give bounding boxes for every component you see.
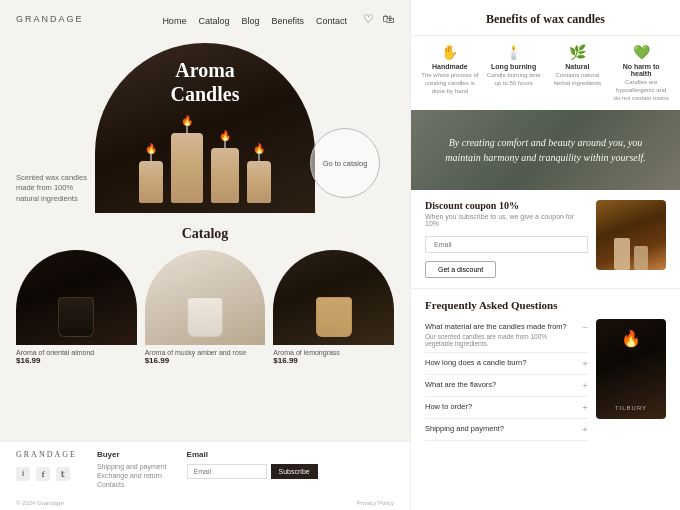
catalog-section: Catalog Aroma of oriental almond $16.99 (0, 218, 410, 365)
catalog-item-1[interactable]: Aroma of musky amber and rose $16.99 (145, 250, 266, 365)
discount-image (596, 200, 666, 270)
benefit-item-1: 🕯️ Long burning Candle burning time up t… (485, 44, 543, 102)
wishlist-icon[interactable]: ♡ (363, 12, 374, 27)
catalog-info-0: Aroma of oriental almond $16.99 (16, 345, 137, 365)
nav-icons: ♡ 🛍 (363, 12, 394, 27)
catalog-name-1: Aroma of musky amber and rose (145, 349, 266, 356)
jar-amber (316, 297, 352, 337)
left-footer-container: GRANDAGE 𝔦 f 𝕥 Buyer Shipping and paymen… (0, 441, 410, 510)
footer-email-section: Email Subscribe (187, 450, 318, 488)
navbar: GRANDAGE Home Catalog Blog Benefits Cont… (0, 0, 410, 38)
nav-links: Home Catalog Blog Benefits Contact (162, 10, 347, 28)
catalog-name-2: Aroma of lemongrass (273, 349, 394, 356)
faq-item-1[interactable]: How long does a candle burn? + (425, 353, 588, 375)
faq-image: 🔥 TILBURY (596, 319, 666, 419)
faq-question-4: Shipping and payment? (425, 424, 576, 433)
discount-title: Discount coupon 10% (425, 200, 588, 211)
footer-subscribe-button[interactable]: Subscribe (271, 464, 318, 479)
faq-question-1: How long does a candle burn? (425, 358, 576, 367)
discount-candle-tall (614, 238, 630, 270)
longburning-icon: 🕯️ (505, 44, 522, 61)
benefits-grid: ✋ Handmade The whole process of creating… (411, 36, 680, 110)
catalog-title: Catalog (16, 226, 394, 242)
footer-buyer-col: Buyer Shipping and payment Exchange and … (97, 450, 167, 488)
benefit-desc-3: Candles are hypoallergenic and do not co… (612, 79, 670, 102)
noharm-icon: 💚 (633, 44, 650, 61)
right-panel: Benefits of wax candles ✋ Handmade The w… (410, 0, 680, 510)
discount-candle-decor (614, 238, 648, 270)
hero-section: Aroma Candles Scented wax candles made f… (0, 38, 410, 218)
twitter-icon[interactable]: 𝕥 (56, 467, 70, 481)
nav-catalog[interactable]: Catalog (198, 16, 229, 26)
catalog-img-2 (273, 250, 394, 345)
hero-candle-left (139, 161, 163, 203)
benefits-section-title: Benefits of wax candles (425, 12, 666, 27)
catalog-item-2[interactable]: Aroma of lemongrass $16.99 (273, 250, 394, 365)
copyright-text: © 2024 Grandage (16, 500, 64, 506)
faq-toggle-1: + (582, 358, 588, 369)
catalog-grid: Aroma of oriental almond $16.99 Aroma of… (16, 250, 394, 365)
catalog-price-2: $16.99 (273, 356, 394, 365)
footer-email-label: Email (187, 450, 318, 459)
discount-candle-short (634, 246, 648, 270)
nav-home[interactable]: Home (162, 16, 186, 26)
discount-subtitle: When you subscribe to us, we give a coup… (425, 213, 588, 227)
catalog-item-0[interactable]: Aroma of oriental almond $16.99 (16, 250, 137, 365)
benefit-item-2: 🌿 Natural Contains natural herbal ingred… (549, 44, 607, 102)
hero-cta-button[interactable]: Go to catalog (310, 128, 380, 198)
footer-bottom: © 2024 Grandage Privacy Policy (0, 496, 410, 510)
hero-text: Aroma Candles (145, 58, 265, 106)
catalog-candle-decor-0 (58, 297, 94, 337)
hero-candle-right (211, 148, 239, 203)
facebook-icon[interactable]: f (36, 467, 50, 481)
footer-social: 𝔦 f 𝕥 (16, 467, 77, 481)
faq-left: Frequently Asked Questions What material… (425, 299, 588, 441)
faq-title: Frequently Asked Questions (425, 299, 588, 311)
catalog-info-2: Aroma of lemongrass $16.99 (273, 345, 394, 365)
faq-item-0[interactable]: What material are the candles made from?… (425, 317, 588, 353)
instagram-icon[interactable]: 𝔦 (16, 467, 30, 481)
discount-button[interactable]: Get a discount (425, 261, 496, 278)
hero-candle-far-right (247, 161, 271, 203)
footer-shipping-link[interactable]: Shipping and payment (97, 463, 167, 470)
catalog-info-1: Aroma of musky amber and rose $16.99 (145, 345, 266, 365)
footer-subscribe-row: Subscribe (187, 464, 318, 479)
footer-email-input[interactable] (187, 464, 267, 479)
catalog-img-1 (145, 250, 266, 345)
nav-blog[interactable]: Blog (241, 16, 259, 26)
discount-email-input[interactable] (425, 236, 588, 253)
faq-item-2[interactable]: What are the flavors? + (425, 375, 588, 397)
footer-contacts-link[interactable]: Contacts (97, 481, 167, 488)
hero-title: Aroma Candles (145, 58, 265, 106)
catalog-candle-decor-2 (316, 297, 352, 337)
nav-contact[interactable]: Contact (316, 16, 347, 26)
benefit-name-3: No harm to health (612, 63, 670, 77)
faq-flame-icon: 🔥 (621, 329, 641, 348)
catalog-candle-decor-1 (187, 297, 223, 337)
catalog-img-0 (16, 250, 137, 345)
benefits-header: Benefits of wax candles (411, 0, 680, 36)
footer-brand-col: GRANDAGE 𝔦 f 𝕥 (16, 450, 77, 488)
catalog-name-0: Aroma of oriental almond (16, 349, 137, 356)
privacy-policy-link[interactable]: Privacy Policy (357, 500, 394, 506)
hero-subtitle: Scented wax candles made from 100% natur… (16, 173, 96, 205)
benefit-desc-1: Candle burning time up to 50 hours (485, 72, 543, 88)
footer-buyer-title: Buyer (97, 450, 167, 459)
brand-logo: GRANDAGE (16, 14, 84, 24)
benefit-item-0: ✋ Handmade The whole process of creating… (421, 44, 479, 102)
left-panel: GRANDAGE Home Catalog Blog Benefits Cont… (0, 0, 410, 510)
footer-logo: GRANDAGE (16, 450, 77, 459)
footer-exchange-link[interactable]: Exchange and return (97, 472, 167, 479)
benefit-desc-0: The whole process of creating candles is… (421, 72, 479, 95)
faq-question-0: What material are the candles made from? (425, 322, 576, 331)
faq-question-2: What are the flavors? (425, 380, 576, 389)
cart-icon[interactable]: 🛍 (382, 12, 394, 27)
benefit-name-2: Natural (565, 63, 589, 70)
faq-item-4[interactable]: Shipping and payment? + (425, 419, 588, 441)
jar-clear (187, 297, 223, 337)
faq-toggle-2: + (582, 380, 588, 391)
nav-benefits[interactable]: Benefits (271, 16, 304, 26)
right-hero-image: By creating comfort and beauty around yo… (411, 110, 680, 190)
discount-section: Discount coupon 10% When you subscribe t… (411, 190, 680, 289)
faq-item-3[interactable]: How to order? + (425, 397, 588, 419)
